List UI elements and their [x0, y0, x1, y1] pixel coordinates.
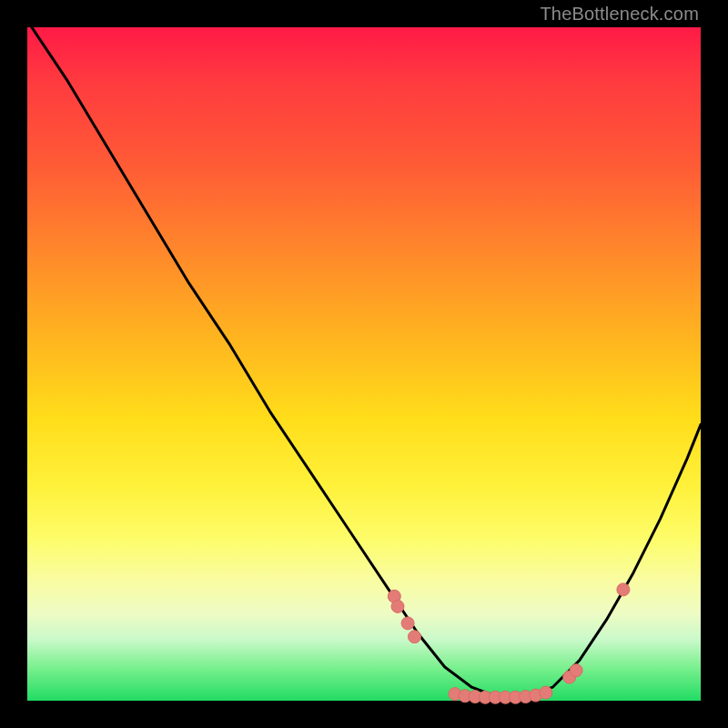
- data-point: [409, 631, 421, 643]
- marker-layer: [388, 583, 630, 703]
- watermark-text: TheBottleneck.com: [540, 4, 699, 25]
- curve-svg: [27, 27, 701, 701]
- data-point: [570, 664, 582, 677]
- data-point: [401, 617, 414, 630]
- curve-layer: [27, 21, 701, 698]
- plot-area: [27, 27, 701, 701]
- data-point: [391, 600, 404, 612]
- bottleneck-curve: [27, 21, 701, 698]
- chart-stage: TheBottleneck.com: [0, 0, 728, 728]
- data-point: [617, 583, 630, 596]
- data-point: [540, 686, 552, 699]
